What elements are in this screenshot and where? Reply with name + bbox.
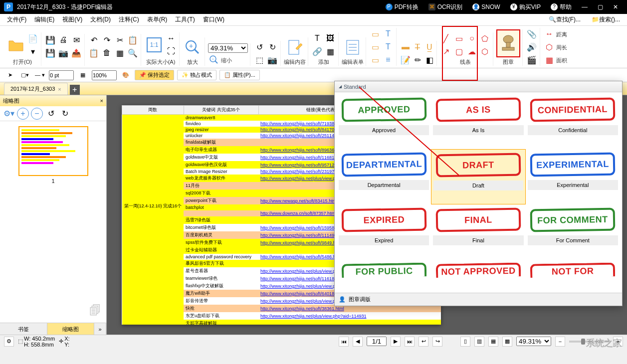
close-tab-icon[interactable]: × [58,86,61,92]
form-text-button[interactable]: ▭ [369,28,381,40]
table-link[interactable]: http://www.newasp.net/soft/83415.html [260,198,337,203]
menu-view[interactable]: 视图(V) [58,15,86,24]
minimize-button[interactable]: — [577,3,593,10]
table-link[interactable]: http://www.xitongzhijia.net/soft/64018.h… [260,291,344,296]
scan-button[interactable]: 📷 [57,47,69,59]
rect-button[interactable]: ▭ [453,32,465,44]
thumbnail-tab[interactable]: 缩略图 [47,323,95,335]
facing-button[interactable]: ▦ [488,337,498,347]
note-button[interactable]: 📝 [400,54,412,66]
prev-page-button[interactable]: ◀ [353,337,363,347]
stamp-final[interactable]: FINALFinal [431,204,525,259]
add-link-button[interactable]: 🔗 [311,45,323,57]
zoom-in-button[interactable]: + [183,37,203,57]
new-button[interactable]: 📄 [27,32,39,44]
selectall-button[interactable]: ▦ [114,47,126,59]
table-link[interactable]: http://www.xitongzhijia.net/soft/116819.… [260,155,347,160]
copy-button[interactable]: 📋 [127,34,139,46]
table-link[interactable]: http://www.xitongzhijia.net/plus/view.ph… [260,314,366,319]
page-number-input[interactable] [367,337,387,346]
area-button[interactable]: ▦ [543,54,555,66]
menu-document[interactable]: 文档(D) [86,15,115,24]
eraser-button[interactable]: ◧ [423,54,435,66]
exclusive-mode-toggle[interactable]: ✨独占模式 [177,70,216,80]
stamp-for-comment[interactable]: FOR COMMENTFor Comment [526,204,620,259]
edit-content-button[interactable] [285,37,305,57]
stamp-expired[interactable]: EXPIREDExpired [337,204,431,259]
stamp-not-approved[interactable]: NOT APPROVED [431,259,525,291]
form-check-button[interactable]: T [382,28,394,40]
polygon-button[interactable]: ⬠ [479,32,491,44]
table-link[interactable]: http://www.xitongzhijia.net/soft/84170.h… [260,127,344,132]
fit-width-button[interactable]: ↔ [165,32,177,44]
thumb-zoomout-button[interactable]: − [31,108,43,120]
zoom-slider[interactable] [569,341,609,343]
form-button-button[interactable]: ≡ [382,54,394,66]
save-button[interactable]: 💾 [44,34,56,46]
arrow-button[interactable]: ↗ [440,45,452,57]
email-button[interactable]: ✉ [70,34,82,46]
table-link[interactable]: http://www.xitongzhijia.net/soft/116183.… [260,276,347,281]
stamp-panel-header[interactable]: Standard [335,81,622,92]
next-page-button[interactable]: ▶ [391,337,401,347]
nav-back-button[interactable]: ↩ [418,337,428,347]
print-button[interactable]: 🖨 [57,34,69,46]
thumb-rotate-left-button[interactable]: ↺ [45,108,57,120]
opacity-input[interactable] [92,70,117,80]
buy-vip-button[interactable]: ¥购买VIP [505,3,546,11]
shape-picker[interactable]: ▢▾ [19,69,31,81]
sb-options-button[interactable]: ⚙ [4,337,14,347]
edit-form-button[interactable] [343,37,363,57]
zoom-out-button[interactable]: - [208,54,220,66]
color-picker[interactable]: 🎨 [120,69,132,81]
table-link[interactable]: http://www.xitongzhijia.net/soft/71938.h… [260,121,344,126]
menu-file[interactable]: 文件(F) [3,15,30,24]
table-link[interactable]: http://www.downza.cn/soft/87357.html [260,211,336,216]
distance-button[interactable]: ↔ [543,28,555,40]
table-link[interactable]: http://www.xitongzhijia.net/soft/11149.h… [260,233,344,238]
line-style[interactable]: — ▾ [34,69,46,81]
pointer-tool[interactable]: ➤ [4,69,16,81]
continuous-button[interactable]: ▥ [474,337,484,347]
nav-fwd-button[interactable]: ↪ [432,337,442,347]
add-tab-button[interactable]: + [70,85,80,95]
continuous-facing-button[interactable]: ▩ [502,337,512,347]
menu-edit[interactable]: 编辑(E) [30,15,58,24]
saveas-button[interactable]: 💾 [44,47,56,59]
form-radio-button[interactable]: ▭ [369,41,381,53]
zoom-in-sb-button[interactable]: + [613,337,623,347]
pdf-convert-button[interactable]: PPDF转换 [381,3,423,11]
thumb-options-button[interactable]: ⚙▾ [3,108,15,120]
pages-icon[interactable]: 🗐 [89,304,101,318]
attach-button[interactable]: 📎 [526,28,538,40]
add-image-button[interactable]: 🖼 [324,32,336,44]
form-list-button[interactable]: ▭ [369,54,381,66]
table-link[interactable]: http://www.xitongzhijia.net/soft/25114.h… [260,133,344,138]
recent-button[interactable]: ▾ [27,45,39,57]
menu-form[interactable]: 表单(R) [143,15,172,24]
rect2-button[interactable]: ▢ [453,45,465,57]
perimeter-button[interactable]: ⬡ [543,41,555,53]
find-button[interactable]: 🔍查找(F)... [545,15,585,24]
sound-button[interactable]: 🔊 [526,41,538,53]
strikeout-button[interactable]: T̶ [412,41,423,53]
cut-button[interactable]: ✂ [114,34,126,46]
stamp-departmental[interactable]: DEPARTMENTALDepartmental [337,149,431,205]
single-page-button[interactable]: ▯ [460,337,470,347]
find-tb-button[interactable]: 🔍 [127,47,139,59]
actual-size-button[interactable]: 1:1 [144,35,164,55]
open-button[interactable] [6,35,26,55]
stamp-confidential[interactable]: CONFIDENTIALConfidential [526,94,620,149]
menu-window[interactable]: 窗口(W) [199,15,228,24]
close-button[interactable]: ✕ [608,3,623,10]
table-link[interactable]: http://www.xitongzhijia.net/soft/9849.ht… [260,240,342,245]
form-combo-button[interactable]: T [382,41,394,53]
thumb-rotate-right-button[interactable]: ↻ [59,108,71,120]
menu-comment[interactable]: 注释(C) [115,15,143,24]
help-button[interactable]: ?帮助 [546,3,577,11]
properties-button[interactable]: 📋属性(P)... [219,70,260,80]
stamp-for-public[interactable]: FOR PUBLIC [337,259,431,291]
search-button[interactable]: 📁搜索()... [588,15,624,24]
crop-button[interactable]: ⬚ [253,54,265,66]
paste-button[interactable]: 📋 [88,47,100,59]
